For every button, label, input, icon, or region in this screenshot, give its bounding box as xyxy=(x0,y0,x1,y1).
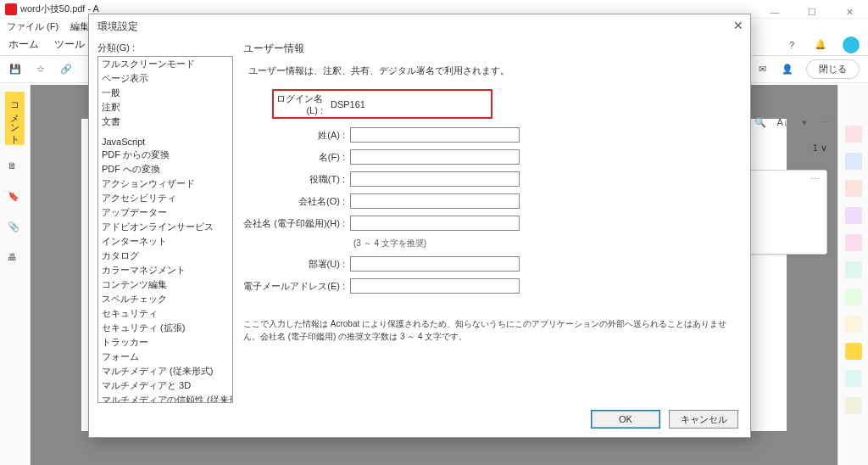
category-item[interactable]: マルチメディアの信頼性 (従来形式) xyxy=(98,393,232,403)
tool-icon-8[interactable] xyxy=(845,316,862,333)
left-sidebar: コメント 🗎 🔖 📎 🖶 xyxy=(0,85,31,465)
tab-home[interactable]: ホーム xyxy=(8,37,39,52)
category-item[interactable]: PDF への変換 xyxy=(98,162,232,176)
search-icon[interactable]: 🔍 xyxy=(754,115,767,129)
category-item[interactable]: アクションウィザード xyxy=(98,176,232,191)
menu-file[interactable]: ファイル (F) xyxy=(7,20,58,33)
category-item[interactable]: カラーマネジメント xyxy=(98,263,232,277)
category-item[interactable]: インターネット xyxy=(98,234,232,249)
more-icon[interactable]: ⋯ xyxy=(820,117,831,128)
firstname-input[interactable] xyxy=(350,149,520,165)
preferences-dialog: 環境設定 ✕ 分類(G) : フルスクリーンモードページ表示一般注釈文書Java… xyxy=(88,14,751,438)
tool-icon-2[interactable] xyxy=(845,153,862,170)
category-item[interactable]: JavaScript xyxy=(98,136,232,148)
search-toolbar: 🔍 A↓ ▾ ⋯ xyxy=(754,115,831,129)
tool-icon-11[interactable] xyxy=(845,397,862,414)
tab-tools[interactable]: ツール xyxy=(54,37,85,52)
tool-icon-9[interactable] xyxy=(845,343,862,360)
pdf-icon xyxy=(5,3,17,15)
card-more-icon[interactable]: ⋯ xyxy=(810,174,820,185)
category-item[interactable]: カタログ xyxy=(98,249,232,263)
right-sidebar xyxy=(837,85,868,465)
cancel-button[interactable]: キャンセル xyxy=(669,410,738,429)
tool-icon-3[interactable] xyxy=(845,180,862,197)
category-item[interactable]: セキュリティ (拡張) xyxy=(98,321,232,335)
minimize-icon[interactable]: — xyxy=(756,0,793,24)
dept-input[interactable] xyxy=(350,256,520,272)
scan-icon[interactable]: 🖶 xyxy=(8,252,23,267)
category-item[interactable]: アクセシビリティ xyxy=(98,191,232,205)
email-label: 電子メールアドレス(E) : xyxy=(243,280,345,293)
lastname-label: 姓(A) : xyxy=(243,129,345,142)
company-seal-input[interactable] xyxy=(350,216,520,231)
category-item[interactable]: フォーム xyxy=(98,350,232,364)
category-item[interactable]: トラッカー xyxy=(98,335,232,350)
comment-tab[interactable]: コメント xyxy=(5,92,25,145)
category-item[interactable]: コンテンツ編集 xyxy=(98,277,232,292)
dept-label: 部署(U) : xyxy=(243,258,345,271)
section-title: ユーザー情報 xyxy=(243,42,742,56)
category-item[interactable]: アップデーター xyxy=(98,205,232,220)
company-label: 会社名(O) : xyxy=(243,195,345,208)
category-item[interactable]: スペルチェック xyxy=(98,292,232,306)
firstname-label: 名(F) : xyxy=(243,151,345,164)
maximize-icon[interactable]: ☐ xyxy=(793,0,831,24)
category-item[interactable]: 文書 xyxy=(98,115,232,129)
form-description: ユーザー情報は、注釈、共有、デジタル署名で利用されます。 xyxy=(248,64,742,77)
tool-icon-10[interactable] xyxy=(845,370,862,387)
seal-hint: (3 ～ 4 文字を推奨) xyxy=(353,238,742,249)
attachment-icon[interactable]: 📎 xyxy=(8,221,23,237)
ok-button[interactable]: OK xyxy=(591,410,660,429)
tool-icon-6[interactable] xyxy=(845,261,862,278)
mail-icon[interactable]: ✉ xyxy=(755,63,769,76)
category-item[interactable]: PDF からの変換 xyxy=(98,148,232,162)
close-button[interactable]: 閉じる xyxy=(806,59,860,79)
page-dropdown[interactable]: 1 ∨ xyxy=(813,143,827,153)
person-icon[interactable]: 👤 xyxy=(781,63,794,76)
window-close-icon[interactable]: ✕ xyxy=(831,0,868,24)
save-icon[interactable]: 💾 xyxy=(8,63,22,76)
title-input[interactable] xyxy=(350,171,520,187)
tool-icon-5[interactable] xyxy=(845,234,862,251)
login-input[interactable] xyxy=(328,98,489,111)
tool-icon-1[interactable] xyxy=(845,126,862,143)
window-title: word小技50.pdf - A xyxy=(20,3,99,15)
sort-icon[interactable]: A↓ xyxy=(776,115,789,129)
company-seal-label: 会社名 (電子印鑑用)(H) : xyxy=(243,217,345,230)
email-input[interactable] xyxy=(350,278,520,294)
category-item[interactable]: フルスクリーンモード xyxy=(98,57,232,71)
title-label: 役職(T) : xyxy=(243,173,345,186)
page-icon[interactable]: 🗎 xyxy=(8,160,23,176)
category-item[interactable]: マルチメディア (従来形式) xyxy=(98,364,232,378)
avatar[interactable] xyxy=(843,36,860,53)
category-item[interactable]: マルチメディアと 3D xyxy=(98,378,232,393)
category-label: 分類(G) : xyxy=(97,42,233,54)
category-item[interactable]: 注釈 xyxy=(98,100,232,115)
star-icon[interactable]: ☆ xyxy=(34,63,47,76)
category-item[interactable]: 一般 xyxy=(98,86,232,100)
dialog-title: 環境設定 xyxy=(89,14,750,38)
tool-icon-7[interactable] xyxy=(845,289,862,305)
bookmark-icon[interactable]: 🔖 xyxy=(8,191,23,206)
login-row: ログイン名(L) : xyxy=(272,89,492,119)
help-icon[interactable]: ? xyxy=(785,38,798,52)
tool-icon-4[interactable] xyxy=(845,207,862,224)
login-label: ログイン名(L) : xyxy=(275,92,323,115)
category-item[interactable]: ページ表示 xyxy=(98,71,232,86)
category-list[interactable]: フルスクリーンモードページ表示一般注釈文書JavaScriptPDF からの変換… xyxy=(97,56,233,403)
dialog-close-icon[interactable]: ✕ xyxy=(733,19,743,32)
lastname-input[interactable] xyxy=(350,127,520,143)
category-item[interactable]: セキュリティ xyxy=(98,306,232,321)
link-icon[interactable]: 🔗 xyxy=(59,63,73,76)
company-input[interactable] xyxy=(350,193,520,209)
category-item[interactable]: アドビオンラインサービス xyxy=(98,220,232,234)
filter-icon[interactable]: ▾ xyxy=(798,115,811,129)
footer-note: ここで入力した情報は Acrobat により保護されるため、知らないうちにこのア… xyxy=(243,317,742,343)
bell-icon[interactable]: 🔔 xyxy=(814,38,827,52)
